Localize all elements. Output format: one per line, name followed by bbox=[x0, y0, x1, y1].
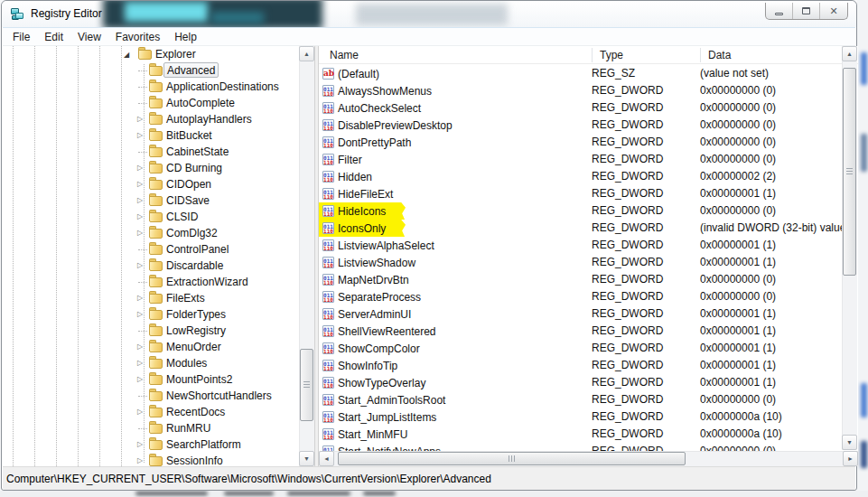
menu-edit[interactable]: Edit bbox=[37, 28, 70, 45]
expand-icon[interactable]: ▷ bbox=[137, 181, 143, 188]
tree-item-autocomplete[interactable]: AutoComplete bbox=[3, 95, 299, 111]
registry-value-row[interactable]: 011110HideFileExtREG_DWORD0x00000001 (1) bbox=[319, 185, 858, 202]
column-separator[interactable] bbox=[700, 48, 701, 62]
tree-item-searchplatform[interactable]: ▷SearchPlatform bbox=[3, 436, 299, 453]
registry-value-row[interactable]: 011110ListviewShadowREG_DWORD0x00000001 … bbox=[319, 254, 858, 271]
tree-item-advanced[interactable]: Advanced bbox=[3, 62, 299, 79]
registry-value-row[interactable]: 011110HideIconsREG_DWORD0x00000000 (0) bbox=[319, 202, 858, 220]
list-vscrollbar-thumb[interactable] bbox=[843, 68, 856, 276]
expand-icon[interactable]: ▷ bbox=[137, 197, 143, 204]
scroll-left-button[interactable]: ◄ bbox=[319, 451, 334, 466]
registry-value-row[interactable]: 011110MapNetDrvBtnREG_DWORD0x00000000 (0… bbox=[319, 271, 858, 288]
expand-icon[interactable]: ▷ bbox=[137, 408, 143, 416]
tree-item-mountpoints2[interactable]: ▷MountPoints2 bbox=[3, 371, 299, 388]
expand-icon[interactable]: ▷ bbox=[137, 164, 143, 172]
registry-value-row[interactable]: 011110AlwaysShowMenusREG_DWORD0x00000000… bbox=[319, 82, 858, 99]
tree-item-comdlg32[interactable]: ▷ComDlg32 bbox=[3, 225, 299, 241]
registry-value-row[interactable]: 011110ShowCompColorREG_DWORD0x00000001 (… bbox=[319, 340, 858, 357]
value-data: 0x00000000 (0) bbox=[700, 271, 858, 288]
tree-item-cidopen[interactable]: ▷CIDOpen bbox=[3, 176, 299, 192]
scroll-up-button[interactable]: ▲ bbox=[842, 46, 857, 61]
registry-value-row[interactable]: 011110Start_AdminToolsRootREG_DWORD0x000… bbox=[319, 391, 858, 408]
expand-icon[interactable]: ▷ bbox=[137, 132, 143, 139]
menu-view[interactable]: View bbox=[70, 28, 108, 45]
registry-tree-pane[interactable]: ◢ExplorerAdvancedApplicationDestinations… bbox=[3, 46, 299, 466]
expand-icon[interactable]: ▷ bbox=[137, 213, 143, 220]
registry-value-row[interactable]: 011110DisablePreviewDesktopREG_DWORD0x00… bbox=[319, 117, 858, 134]
tree-item-autoplayhandlers[interactable]: ▷AutoplayHandlers bbox=[3, 111, 299, 127]
tree-item-fileexts[interactable]: ▷FileExts bbox=[3, 290, 299, 306]
value-name: Start_MinMFU bbox=[338, 428, 407, 441]
glass-reflection bbox=[211, 12, 264, 23]
column-header-data[interactable]: Data bbox=[708, 48, 731, 62]
expand-icon[interactable]: ▷ bbox=[137, 457, 143, 464]
registry-value-row[interactable]: ab(Default)REG_SZ(value not set) bbox=[319, 65, 858, 82]
scroll-down-button[interactable]: ▼ bbox=[299, 451, 314, 466]
registry-value-row[interactable]: 011110ListviewAlphaSelectREG_DWORD0x0000… bbox=[319, 237, 858, 254]
registry-value-row[interactable]: 011110ShellViewReenteredREG_DWORD0x00000… bbox=[319, 323, 858, 340]
close-button[interactable]: ✕ bbox=[820, 3, 847, 19]
tree-scrollbar-thumb[interactable] bbox=[300, 349, 313, 421]
tree-item-newshortcuthandlers[interactable]: NewShortcutHandlers bbox=[3, 388, 299, 404]
value-type: REG_DWORD bbox=[592, 237, 700, 254]
menu-file[interactable]: File bbox=[5, 28, 37, 45]
registry-value-row[interactable]: 011110DontPrettyPathREG_DWORD0x00000000 … bbox=[319, 134, 858, 151]
restore-button[interactable] bbox=[793, 3, 820, 19]
registry-value-row[interactable]: 011110ServerAdminUIREG_DWORD0x00000001 (… bbox=[319, 305, 858, 323]
list-hscrollbar-thumb[interactable] bbox=[338, 452, 686, 465]
value-data: (value not set) bbox=[700, 65, 858, 82]
expand-icon[interactable]: ▷ bbox=[137, 295, 143, 302]
value-name: Hidden bbox=[338, 171, 372, 183]
scroll-up-button[interactable]: ▲ bbox=[299, 46, 314, 61]
tree-item-foldertypes[interactable]: ▷FolderTypes bbox=[3, 306, 299, 323]
tree-item-controlpanel[interactable]: ControlPanel bbox=[3, 241, 299, 258]
tree-item-applicationdestinations[interactable]: ApplicationDestinations bbox=[3, 79, 299, 95]
registry-values-pane[interactable]: Name Type Data ab(Default)REG_SZ(value n… bbox=[319, 46, 858, 466]
tree-item-runmru[interactable]: RunMRU bbox=[3, 420, 299, 436]
tree-item-modules[interactable]: ▷Modules bbox=[3, 355, 299, 371]
title-bar[interactable]: Registry Editor ✕ bbox=[2, 1, 856, 27]
scroll-down-button[interactable]: ▼ bbox=[842, 435, 857, 450]
registry-value-row[interactable]: 011110Start_JumpListItemsREG_DWORD0x0000… bbox=[319, 408, 858, 426]
expand-icon[interactable]: ▷ bbox=[137, 311, 143, 318]
expand-icon[interactable]: ▷ bbox=[137, 230, 143, 237]
tree-item-menuorder[interactable]: ▷MenuOrder bbox=[3, 339, 299, 355]
tree-item-sessioninfo[interactable]: ▷SessionInfo bbox=[3, 453, 299, 466]
registry-value-row[interactable]: 011110Start_NotifyNewAppsREG_DWORD0x0000… bbox=[319, 443, 858, 451]
registry-value-row[interactable]: 011110HiddenREG_DWORD0x00000002 (2) bbox=[319, 168, 858, 185]
tree-item-cd-burning[interactable]: ▷CD Burning bbox=[3, 160, 299, 176]
tree-item-clsid[interactable]: ▷CLSID bbox=[3, 209, 299, 225]
expand-icon[interactable]: ▷ bbox=[137, 360, 143, 367]
registry-value-row[interactable]: 011110IconsOnlyREG_DWORD(invalid DWORD (… bbox=[319, 220, 858, 237]
tree-item-lowregistry[interactable]: LowRegistry bbox=[3, 323, 299, 339]
tree-item-bitbucket[interactable]: ▷BitBucket bbox=[3, 127, 299, 144]
menu-favorites[interactable]: Favorites bbox=[108, 28, 167, 45]
menu-help[interactable]: Help bbox=[167, 28, 204, 45]
expand-icon[interactable]: ▷ bbox=[137, 116, 143, 123]
expand-icon[interactable]: ▷ bbox=[137, 376, 143, 383]
collapse-icon[interactable]: ◢ bbox=[124, 52, 129, 59]
tree-item-cidsave[interactable]: ▷CIDSave bbox=[3, 192, 299, 209]
tree-item-discardable[interactable]: ▷Discardable bbox=[3, 258, 299, 274]
column-separator[interactable] bbox=[592, 48, 593, 62]
registry-value-row[interactable]: 011110Start_MinMFUREG_DWORD0x0000000a (1… bbox=[319, 426, 858, 443]
scroll-right-button[interactable]: ► bbox=[843, 451, 858, 466]
tree-item-cabinetstate[interactable]: CabinetState bbox=[3, 144, 299, 160]
folder-icon bbox=[149, 131, 163, 141]
tree-item-extractionwizard[interactable]: ExtractionWizard bbox=[3, 274, 299, 290]
registry-value-row[interactable]: 011110FilterREG_DWORD0x00000000 (0) bbox=[319, 151, 858, 168]
tree-item-explorer[interactable]: ◢Explorer bbox=[3, 46, 299, 62]
tree-item-recentdocs[interactable]: ▷RecentDocs bbox=[3, 404, 299, 420]
expand-icon[interactable]: ▷ bbox=[137, 343, 143, 351]
tree-item-label: CabinetState bbox=[166, 144, 229, 160]
registry-value-row[interactable]: 011110ShowInfoTipREG_DWORD0x00000001 (1) bbox=[319, 357, 858, 374]
value-type: REG_DWORD bbox=[592, 426, 700, 443]
registry-value-row[interactable]: 011110ShowTypeOverlayREG_DWORD0x00000001… bbox=[319, 374, 858, 391]
column-header-type[interactable]: Type bbox=[600, 48, 623, 62]
expand-icon[interactable]: ▷ bbox=[137, 262, 143, 269]
minimize-button[interactable] bbox=[766, 3, 793, 19]
registry-value-row[interactable]: 011110SeparateProcessREG_DWORD0x00000000… bbox=[319, 288, 858, 305]
expand-icon[interactable]: ▷ bbox=[137, 441, 143, 448]
column-header-name[interactable]: Name bbox=[330, 48, 359, 62]
registry-value-row[interactable]: 011110AutoCheckSelectREG_DWORD0x00000000… bbox=[319, 99, 858, 117]
